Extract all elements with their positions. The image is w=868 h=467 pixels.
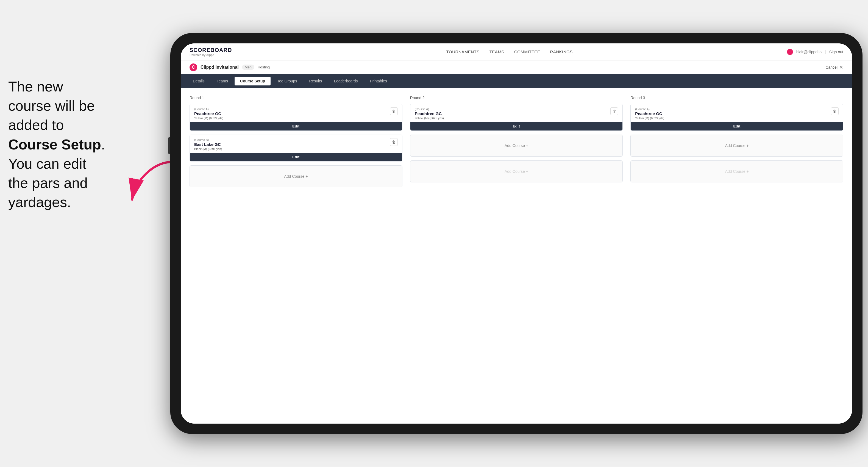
round2-add-course-button[interactable]: Add Course + — [410, 134, 623, 157]
round3-course-a-tee: Yellow (M) (6629 yds) — [635, 117, 664, 120]
round1-course-a-card: (Course A) Peachtree GC Yellow (M) (6629… — [189, 104, 402, 131]
tournament-info: C Clippd Invitational Men Hosting — [189, 63, 270, 71]
tab-tee-groups[interactable]: Tee Groups — [272, 76, 303, 86]
user-avatar-dot — [787, 49, 793, 55]
left-annotation-bold: Course Setup — [8, 136, 101, 152]
round1-add-course-label: Add Course + — [284, 174, 308, 179]
sign-out-link[interactable]: Sign out — [829, 50, 843, 54]
round1-course-a-tag: (Course A) — [194, 107, 223, 111]
tablet-side-button — [168, 137, 170, 154]
tab-course-setup[interactable]: Course Setup — [235, 76, 271, 86]
tournament-bar: C Clippd Invitational Men Hosting Cancel… — [181, 60, 852, 74]
round3-course-a-header: (Course A) Peachtree GC Yellow (M) (6629… — [631, 104, 843, 122]
tournament-name: Clippd Invitational — [200, 65, 239, 70]
tournament-logo: C — [189, 63, 197, 71]
round2-add-course-disabled-label: Add Course + — [505, 169, 528, 174]
round3-add-course-disabled: Add Course + — [630, 160, 843, 182]
round2-course-a-info: (Course A) Peachtree GC Yellow (M) (6629… — [415, 107, 444, 120]
round1-course-a-tee: Yellow (M) (6629 yds) — [194, 117, 223, 120]
tab-teams[interactable]: Teams — [211, 76, 234, 86]
navbar-user: blair@clippd.io | Sign out — [787, 49, 843, 55]
navbar-brand: SCOREBOARD Powered by clippd — [189, 47, 232, 57]
navbar: SCOREBOARD Powered by clippd TOURNAMENTS… — [181, 43, 852, 60]
round2-add-course-disabled: Add Course + — [410, 160, 623, 182]
main-content: Round 1 (Course A) Peachtree GC Yellow (… — [181, 88, 852, 424]
cancel-button[interactable]: Cancel ✕ — [826, 64, 843, 70]
round3-course-a-info: (Course A) Peachtree GC Yellow (M) (6629… — [635, 107, 664, 120]
round2-add-course-label: Add Course + — [505, 144, 528, 148]
round2-course-a-actions: 🗑 — [610, 107, 618, 115]
cancel-x-icon: ✕ — [839, 64, 843, 70]
round1-course-a-delete-button[interactable]: 🗑 — [390, 107, 398, 115]
app-container: SCOREBOARD Powered by clippd TOURNAMENTS… — [181, 43, 852, 424]
round1-course-a-name: Peachtree GC — [194, 111, 223, 116]
round-2-label: Round 2 — [410, 96, 623, 100]
user-email: blair@clippd.io — [796, 50, 822, 54]
round3-course-a-delete-button[interactable]: 🗑 — [831, 107, 839, 115]
brand-subtitle: Powered by clippd — [189, 53, 232, 57]
tournament-gender-badge: Men — [242, 65, 254, 70]
round1-course-b-info: (Course B) East Lake GC Black (M) (6891 … — [194, 138, 222, 151]
round1-course-a-edit-button[interactable]: Edit — [190, 122, 402, 130]
round3-course-a-edit-button[interactable]: Edit — [631, 122, 843, 130]
tablet-shell: SCOREBOARD Powered by clippd TOURNAMENTS… — [170, 33, 863, 434]
round1-course-a-actions: 🗑 — [390, 107, 398, 115]
round3-course-a-card: (Course A) Peachtree GC Yellow (M) (6629… — [630, 104, 843, 131]
round2-course-a-delete-button[interactable]: 🗑 — [610, 107, 618, 115]
nav-item-committee[interactable]: COMMITTEE — [514, 50, 540, 54]
round1-course-b-tee: Black (M) (6891 yds) — [194, 147, 222, 151]
round2-course-a-name: Peachtree GC — [415, 111, 444, 116]
tablet-screen: SCOREBOARD Powered by clippd TOURNAMENTS… — [181, 43, 852, 424]
round2-course-a-card: (Course A) Peachtree GC Yellow (M) (6629… — [410, 104, 623, 131]
round3-course-a-tag: (Course A) — [635, 107, 664, 111]
round1-course-b-actions: 🗑 — [390, 138, 398, 146]
round3-course-a-actions: 🗑 — [831, 107, 839, 115]
round1-add-course-button[interactable]: Add Course + — [189, 165, 402, 187]
nav-item-tournaments[interactable]: TOURNAMENTS — [446, 50, 479, 54]
nav-item-rankings[interactable]: RANKINGS — [550, 50, 572, 54]
round2-course-a-edit-button[interactable]: Edit — [410, 122, 623, 130]
round3-course-a-name: Peachtree GC — [635, 111, 664, 116]
navbar-nav: TOURNAMENTS TEAMS COMMITTEE RANKINGS — [446, 50, 573, 54]
round1-course-b-delete-button[interactable]: 🗑 — [390, 138, 398, 146]
round1-course-a-info: (Course A) Peachtree GC Yellow (M) (6629… — [194, 107, 223, 120]
tournament-status: Hosting — [258, 65, 270, 69]
round3-add-course-label: Add Course + — [725, 144, 749, 148]
round1-course-a-header: (Course A) Peachtree GC Yellow (M) (6629… — [190, 104, 402, 122]
brand-title: SCOREBOARD — [189, 47, 232, 53]
round-1-column: Round 1 (Course A) Peachtree GC Yellow (… — [189, 96, 402, 191]
tabs-bar: Details Teams Course Setup Tee Groups Re… — [181, 74, 852, 88]
round1-course-b-tag: (Course B) — [194, 138, 222, 142]
round-3-column: Round 3 (Course A) Peachtree GC Yellow (… — [630, 96, 843, 191]
round3-add-course-disabled-label: Add Course + — [725, 169, 749, 174]
tab-results[interactable]: Results — [304, 76, 328, 86]
round2-course-a-tag: (Course A) — [415, 107, 444, 111]
round-2-column: Round 2 (Course A) Peachtree GC Yellow (… — [410, 96, 623, 191]
rounds-grid: Round 1 (Course A) Peachtree GC Yellow (… — [189, 96, 843, 191]
round2-course-a-header: (Course A) Peachtree GC Yellow (M) (6629… — [410, 104, 623, 122]
separator: | — [825, 50, 826, 54]
nav-item-teams[interactable]: TEAMS — [490, 50, 504, 54]
tab-printables[interactable]: Printables — [365, 76, 393, 86]
round1-course-b-edit-button[interactable]: Edit — [190, 153, 402, 161]
round-1-label: Round 1 — [189, 96, 402, 100]
round3-add-course-button[interactable]: Add Course + — [630, 134, 843, 157]
round1-course-b-card: (Course B) East Lake GC Black (M) (6891 … — [189, 134, 402, 161]
round1-course-b-header: (Course B) East Lake GC Black (M) (6891 … — [190, 135, 402, 153]
round1-course-b-name: East Lake GC — [194, 142, 222, 147]
tab-leaderboards[interactable]: Leaderboards — [329, 76, 363, 86]
tab-details[interactable]: Details — [187, 76, 210, 86]
round-3-label: Round 3 — [630, 96, 843, 100]
round2-course-a-tee: Yellow (M) (6629 yds) — [415, 117, 444, 120]
